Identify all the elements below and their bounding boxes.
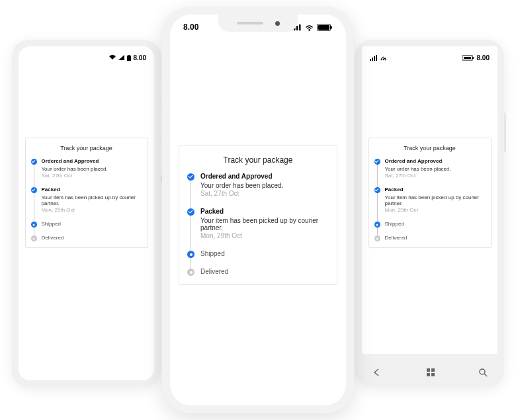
- search-icon[interactable]: [478, 368, 488, 377]
- battery-icon: [317, 24, 333, 31]
- timeline-step-packed: Packed Your item has been picked up by c…: [187, 208, 329, 250]
- card-title: Track your package: [374, 145, 486, 151]
- timeline-connector: [377, 164, 378, 188]
- timeline-step-shipped: Shipped: [374, 221, 486, 235]
- step-date: Sat, 27th Oct: [42, 173, 142, 179]
- check-icon: [187, 208, 194, 216]
- check-icon: [374, 159, 380, 165]
- step-desc: Your order has been placed.: [200, 182, 329, 189]
- cellular-icon: [370, 55, 378, 61]
- dot-icon: [31, 222, 37, 228]
- timeline-step-delivered: Delivered: [31, 235, 142, 241]
- step-date: Mon, 29th Oct: [42, 207, 142, 213]
- step-title: Ordered and Approved: [200, 173, 329, 180]
- speaker-icon: [237, 22, 263, 24]
- side-button: [504, 112, 506, 152]
- check-icon: [31, 187, 37, 193]
- svg-rect-17: [299, 24, 301, 30]
- timeline: Ordered and Approved Your order has been…: [187, 173, 329, 275]
- step-title: Packed: [385, 187, 486, 192]
- svg-rect-5: [376, 55, 377, 61]
- timeline-connector: [191, 216, 191, 251]
- timeline-step-packed: Packed Your item has been picked up by c…: [31, 187, 142, 221]
- timeline-step-shipped: Shipped: [31, 221, 142, 235]
- step-desc: Your item has been picked up by courier …: [200, 217, 329, 231]
- side-button: [160, 79, 162, 98]
- battery-icon: [127, 55, 131, 61]
- card-title: Track your package: [31, 145, 142, 151]
- back-button[interactable]: [372, 368, 382, 376]
- wifi-icon: [380, 55, 388, 61]
- step-date: Sat, 27th Oct: [385, 173, 486, 179]
- step-desc: Your order has been placed.: [385, 166, 486, 172]
- cellular-icon: [118, 55, 124, 60]
- timeline: Ordered and Approved Your order has been…: [374, 158, 486, 241]
- step-date: Sat, 27th Oct: [200, 190, 329, 197]
- timeline-step-delivered: Delivered: [187, 268, 329, 275]
- tracking-card: Track your package Ordered and Approved …: [179, 146, 337, 285]
- svg-rect-7: [472, 57, 474, 59]
- timeline-connector: [34, 164, 34, 188]
- side-button: [354, 112, 356, 159]
- step-desc: Your item has been picked up by courier …: [42, 194, 142, 206]
- timeline-step-delivered: Delivered: [374, 235, 486, 241]
- phone-screen: 8.00 Track your package Ordered and Appr…: [362, 46, 497, 354]
- svg-rect-2: [370, 59, 371, 61]
- dot-icon: [187, 251, 194, 258]
- step-title: Delivered: [42, 235, 142, 241]
- check-icon: [187, 173, 194, 181]
- svg-point-13: [480, 369, 485, 374]
- phone-screen: 8.00 Track your package Ordered and Appr…: [19, 46, 154, 380]
- step-title: Shipped: [42, 221, 142, 227]
- dot-icon: [374, 235, 380, 241]
- svg-rect-11: [427, 373, 430, 376]
- wifi-icon: [109, 55, 116, 60]
- status-bar: 8.00: [362, 46, 497, 65]
- timeline: Ordered and Approved Your order has been…: [31, 158, 142, 241]
- timeline-connector: [377, 192, 378, 222]
- dot-icon: [374, 222, 380, 228]
- side-button: [160, 106, 162, 138]
- svg-rect-10: [431, 368, 435, 372]
- card-title: Track your package: [187, 155, 329, 165]
- tracking-card: Track your package Ordered and Approved …: [368, 138, 492, 248]
- svg-rect-16: [296, 26, 298, 30]
- step-title: Delivered: [385, 235, 486, 241]
- step-title: Packed: [42, 187, 142, 192]
- timeline-step-ordered: Ordered and Approved Your order has been…: [374, 158, 486, 187]
- side-button: [160, 144, 162, 176]
- timeline-step-ordered: Ordered and Approved Your order has been…: [187, 173, 329, 208]
- check-icon: [31, 159, 37, 165]
- phone-frame-iphone: 8.00 Track your package Ordered an: [162, 7, 354, 413]
- phone-frame-android: 8.00 Track your package Ordered and Appr…: [12, 40, 161, 387]
- svg-rect-21: [318, 25, 329, 30]
- timeline-step-ordered: Ordered and Approved Your order has been…: [31, 158, 142, 187]
- phone-screen: 8.00 Track your package Ordered an: [170, 15, 346, 405]
- check-icon: [374, 187, 380, 193]
- status-time: 8.00: [183, 22, 198, 32]
- svg-rect-1: [128, 55, 130, 56]
- svg-rect-9: [427, 368, 430, 372]
- dot-icon: [31, 235, 37, 241]
- dot-icon: [187, 269, 194, 276]
- status-time: 8.00: [477, 54, 490, 62]
- wifi-icon: [304, 24, 314, 31]
- status-time: 8.00: [134, 54, 146, 62]
- notch: [218, 15, 298, 32]
- nav-bar: [372, 368, 488, 377]
- camera-icon: [275, 21, 280, 26]
- step-title: Ordered and Approved: [42, 158, 142, 164]
- svg-rect-4: [374, 56, 375, 61]
- svg-rect-20: [331, 26, 332, 28]
- step-desc: Your order has been placed.: [42, 166, 142, 172]
- step-date: Mon, 29th Oct: [385, 207, 486, 213]
- status-bar: 8.00: [19, 46, 154, 65]
- step-desc: Your item has been picked up by courier …: [385, 194, 486, 206]
- step-title: Shipped: [200, 250, 329, 257]
- svg-rect-0: [127, 56, 131, 61]
- svg-rect-3: [372, 58, 373, 61]
- battery-icon: [462, 55, 474, 61]
- step-title: Delivered: [200, 268, 329, 275]
- windows-icon[interactable]: [427, 368, 435, 376]
- step-title: Packed: [200, 208, 329, 215]
